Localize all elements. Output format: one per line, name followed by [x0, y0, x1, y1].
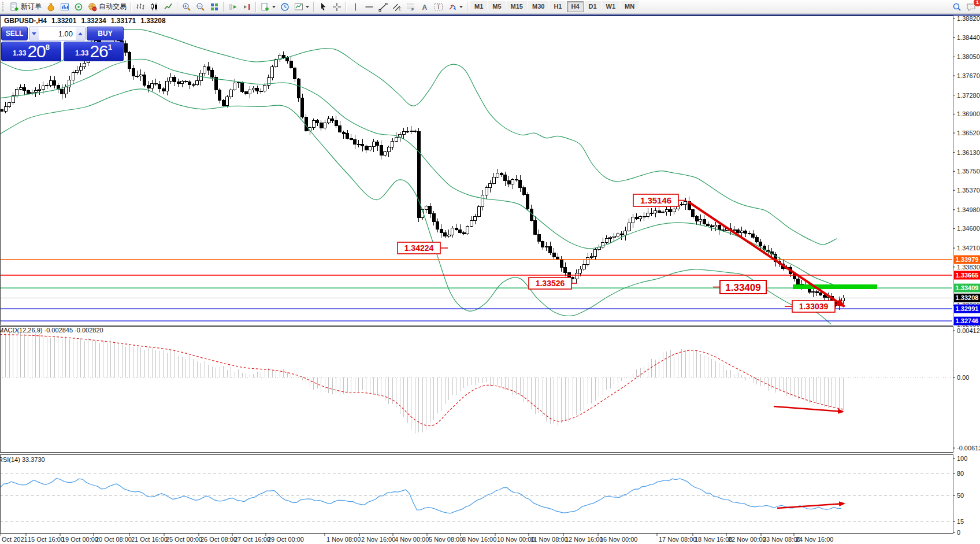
svg-text:1.33409: 1.33409: [725, 282, 760, 293]
svg-text:0: 0: [957, 529, 960, 536]
svg-text:21 Oct 16:00: 21 Oct 16:00: [131, 536, 168, 543]
autotrading-label: 自动交易: [99, 2, 127, 12]
arrows-button[interactable]: [446, 1, 465, 13]
dropdown-caret-icon: [459, 6, 463, 8]
crosshair-button[interactable]: [330, 1, 344, 13]
timeframe-m15[interactable]: M15: [507, 1, 527, 12]
mt4-window: 新订单 自动交易: [0, 0, 980, 544]
fibonacci-icon: F: [406, 2, 415, 12]
svg-text:1.36900: 1.36900: [957, 110, 980, 117]
svg-text:5 Nov 08:00: 5 Nov 08:00: [429, 536, 463, 543]
chart-template-button[interactable]: [292, 1, 311, 13]
timeframe-mn[interactable]: MN: [621, 1, 639, 12]
svg-text:8 Nov 16:00: 8 Nov 16:00: [462, 536, 496, 543]
volume-stepper: 1.00: [29, 27, 86, 40]
buy-price-panel[interactable]: 1.33 26 1: [64, 42, 124, 61]
search-icon: [952, 2, 962, 12]
channel-button[interactable]: E: [390, 1, 404, 13]
one-click-trading-panel: SELL 1.00 BUY 1.33 20 8 1.33 26 1: [1, 27, 124, 61]
trendline-button[interactable]: [376, 1, 390, 13]
timeframe-m30[interactable]: M30: [528, 1, 548, 12]
svg-text:15 Oct 16:00: 15 Oct 16:00: [28, 536, 64, 543]
text-label-icon: T: [434, 2, 443, 12]
line-chart-button[interactable]: [161, 1, 175, 13]
svg-text:0.004128: 0.004128: [957, 327, 980, 334]
bar-chart-button[interactable]: [133, 1, 147, 13]
sell-price-panel[interactable]: 1.33 20 8: [1, 42, 61, 61]
toolbar-separator: [223, 2, 224, 12]
svg-text:26 Oct 08:00: 26 Oct 08:00: [201, 536, 237, 543]
chart-shift-button[interactable]: [240, 1, 254, 13]
globe-icon: [88, 2, 97, 12]
dropdown-caret-icon: [272, 6, 276, 8]
quote-high: 1.33234: [81, 17, 106, 25]
svg-text:1.33526: 1.33526: [536, 279, 565, 288]
svg-text:11 Nov 08:00: 11 Nov 08:00: [530, 536, 568, 543]
time-periods-button[interactable]: [278, 1, 292, 13]
auto-scroll-button[interactable]: [226, 1, 240, 13]
toolbar-grip[interactable]: [2, 2, 5, 12]
svg-text:0.00: 0.00: [957, 374, 969, 381]
timeframe-m5[interactable]: M5: [488, 1, 505, 12]
zoom-in-button[interactable]: [180, 1, 194, 13]
signals-button[interactable]: [72, 1, 86, 13]
volume-input[interactable]: 1.00: [39, 27, 76, 40]
buy-price-big: 26: [90, 43, 107, 60]
fibonacci-button[interactable]: F: [404, 1, 418, 13]
horizontal-line-button[interactable]: [362, 1, 376, 13]
svg-text:17 Nov 08:00: 17 Nov 08:00: [659, 536, 696, 543]
chart-canvas[interactable]: 1.351461.342241.335261.334091.330391.388…: [0, 0, 980, 544]
toolbar-separator: [467, 2, 468, 12]
svg-text:1.37280: 1.37280: [957, 92, 980, 99]
down-arrow-icon: [32, 32, 36, 35]
rsi-axis[interactable]: 1008050150: [953, 455, 967, 536]
svg-text:1.36520: 1.36520: [957, 129, 980, 136]
sell-button[interactable]: SELL: [1, 27, 28, 40]
text-label-button[interactable]: T: [432, 1, 446, 13]
new-order-button[interactable]: 新订单: [8, 1, 44, 13]
svg-text:1.34210: 1.34210: [957, 245, 980, 251]
timeframe-m1[interactable]: M1: [470, 1, 487, 12]
vertical-line-button[interactable]: [348, 1, 362, 13]
timeframe-w1[interactable]: W1: [602, 1, 620, 12]
text-button[interactable]: A: [418, 1, 432, 13]
chart-template-icon: [294, 2, 303, 12]
candlestick-chart-button[interactable]: [147, 1, 161, 13]
volume-increase-button[interactable]: [76, 27, 85, 40]
toolbar-separator: [255, 2, 257, 12]
svg-text:1.33830: 1.33830: [957, 264, 980, 271]
svg-text:24 Nov 16:00: 24 Nov 16:00: [796, 536, 833, 543]
chat-button[interactable]: 1: [964, 1, 979, 13]
svg-text:1.37670: 1.37670: [957, 72, 980, 79]
new-order-dropdown-button[interactable]: [258, 1, 278, 13]
timeframe-h1[interactable]: H1: [550, 1, 566, 12]
cursor-button[interactable]: [316, 1, 330, 13]
svg-text:1 Nov 08:00: 1 Nov 08:00: [326, 536, 361, 543]
timeframe-d1[interactable]: D1: [585, 1, 601, 12]
timeframe-toolbar: M1M5M15M30H1H4D1W1MN: [470, 1, 639, 12]
search-button[interactable]: [950, 1, 964, 13]
tile-windows-icon: [210, 2, 219, 12]
volume-decrease-button[interactable]: [29, 27, 39, 40]
ohlc-bars-icon: [136, 2, 145, 12]
svg-text:1.38820: 1.38820: [957, 15, 980, 22]
cursor-icon: [318, 2, 328, 12]
main-toolbar: 新订单 自动交易: [0, 0, 980, 14]
rsi-label: RSI(14) 33.3730: [0, 456, 45, 463]
community-button[interactable]: [44, 1, 58, 13]
macd-axis[interactable]: 0.0041280.00-0.006132: [953, 327, 980, 452]
timeframe-h4[interactable]: H4: [567, 1, 583, 12]
svg-text:1.35370: 1.35370: [957, 187, 980, 194]
market-watch-button[interactable]: [58, 1, 72, 13]
buy-button[interactable]: BUY: [87, 27, 124, 40]
svg-text:1.33208: 1.33208: [956, 294, 979, 301]
tile-windows-button[interactable]: [207, 1, 221, 13]
zoom-out-button[interactable]: [194, 1, 207, 13]
line-chart-icon: [164, 2, 173, 12]
svg-text:19 Oct 00:00: 19 Oct 00:00: [62, 536, 98, 543]
time-axis[interactable]: Oct 202115 Oct 16:0019 Oct 00:0020 Oct 0…: [0, 533, 833, 543]
svg-text:1.33665: 1.33665: [956, 272, 979, 279]
price-axis[interactable]: 1.388201.384401.380501.376701.372801.369…: [953, 15, 980, 328]
autotrading-button[interactable]: 自动交易: [86, 1, 129, 13]
svg-text:29 Oct 00:00: 29 Oct 00:00: [268, 536, 304, 543]
